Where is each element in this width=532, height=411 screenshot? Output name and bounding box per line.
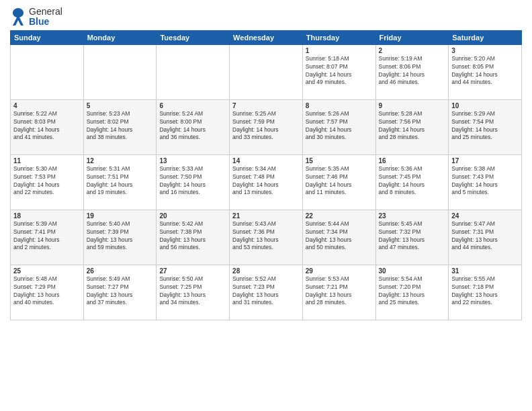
day-info: Sunrise: 5:28 AM Sunset: 7:56 PM Dayligh… bbox=[379, 110, 446, 142]
calendar-page: General Blue SundayMondayTuesdayWednesda… bbox=[0, 0, 532, 411]
logo: General Blue bbox=[10, 7, 62, 28]
calendar-table: SundayMondayTuesdayWednesdayThursdayFrid… bbox=[10, 30, 522, 320]
calendar-week-1: 1Sunrise: 5:18 AM Sunset: 8:07 PM Daylig… bbox=[11, 44, 522, 99]
day-number: 18 bbox=[13, 212, 81, 220]
day-info: Sunrise: 5:55 AM Sunset: 7:18 PM Dayligh… bbox=[451, 275, 519, 308]
day-number: 5 bbox=[87, 102, 154, 109]
day-info: Sunrise: 5:33 AM Sunset: 7:50 PM Dayligh… bbox=[159, 165, 226, 197]
logo-general: General bbox=[29, 7, 62, 17]
calendar-cell: 13Sunrise: 5:33 AM Sunset: 7:50 PM Dayli… bbox=[157, 154, 230, 210]
header: General Blue bbox=[10, 7, 522, 28]
day-info: Sunrise: 5:53 AM Sunset: 7:21 PM Dayligh… bbox=[306, 275, 373, 308]
day-number: 16 bbox=[379, 157, 446, 165]
day-number: 25 bbox=[13, 267, 81, 275]
day-info: Sunrise: 5:34 AM Sunset: 7:48 PM Dayligh… bbox=[232, 165, 300, 197]
day-info: Sunrise: 5:35 AM Sunset: 7:46 PM Dayligh… bbox=[306, 165, 373, 197]
day-info: Sunrise: 5:24 AM Sunset: 8:00 PM Dayligh… bbox=[159, 110, 226, 142]
calendar-cell: 5Sunrise: 5:23 AM Sunset: 8:02 PM Daylig… bbox=[83, 99, 157, 154]
day-number: 23 bbox=[379, 212, 446, 220]
day-number: 1 bbox=[306, 47, 373, 54]
calendar-cell: 19Sunrise: 5:40 AM Sunset: 7:39 PM Dayli… bbox=[83, 210, 157, 265]
calendar-cell: 18Sunrise: 5:39 AM Sunset: 7:41 PM Dayli… bbox=[11, 210, 84, 265]
day-number: 30 bbox=[379, 267, 446, 275]
day-number: 22 bbox=[306, 212, 373, 220]
calendar-cell: 16Sunrise: 5:36 AM Sunset: 7:45 PM Dayli… bbox=[375, 154, 449, 210]
calendar-header-thursday: Thursday bbox=[302, 30, 375, 44]
day-number: 15 bbox=[306, 157, 373, 165]
calendar-cell: 23Sunrise: 5:45 AM Sunset: 7:32 PM Dayli… bbox=[375, 210, 449, 265]
day-number: 9 bbox=[379, 102, 446, 109]
calendar-week-2: 4Sunrise: 5:22 AM Sunset: 8:03 PM Daylig… bbox=[11, 99, 522, 154]
day-number: 27 bbox=[159, 267, 226, 275]
day-info: Sunrise: 5:44 AM Sunset: 7:34 PM Dayligh… bbox=[306, 220, 373, 253]
day-info: Sunrise: 5:25 AM Sunset: 7:59 PM Dayligh… bbox=[232, 110, 300, 142]
logo-blue: Blue bbox=[29, 17, 62, 27]
day-number: 29 bbox=[306, 267, 373, 275]
day-number: 3 bbox=[451, 47, 519, 54]
day-number: 6 bbox=[159, 102, 226, 109]
day-number: 7 bbox=[232, 102, 300, 109]
calendar-cell: 14Sunrise: 5:34 AM Sunset: 7:48 PM Dayli… bbox=[230, 154, 303, 210]
day-info: Sunrise: 5:39 AM Sunset: 7:41 PM Dayligh… bbox=[13, 220, 81, 253]
day-info: Sunrise: 5:38 AM Sunset: 7:43 PM Dayligh… bbox=[451, 165, 519, 197]
calendar-cell: 26Sunrise: 5:49 AM Sunset: 7:27 PM Dayli… bbox=[83, 265, 157, 320]
day-number: 10 bbox=[451, 102, 519, 109]
day-info: Sunrise: 5:54 AM Sunset: 7:20 PM Dayligh… bbox=[379, 275, 446, 308]
day-info: Sunrise: 5:31 AM Sunset: 7:51 PM Dayligh… bbox=[87, 165, 154, 197]
calendar-cell: 21Sunrise: 5:43 AM Sunset: 7:36 PM Dayli… bbox=[230, 210, 303, 265]
calendar-week-5: 25Sunrise: 5:48 AM Sunset: 7:29 PM Dayli… bbox=[11, 265, 522, 320]
day-info: Sunrise: 5:19 AM Sunset: 8:06 PM Dayligh… bbox=[379, 55, 446, 87]
calendar-cell: 30Sunrise: 5:54 AM Sunset: 7:20 PM Dayli… bbox=[375, 265, 449, 320]
day-info: Sunrise: 5:42 AM Sunset: 7:38 PM Dayligh… bbox=[159, 220, 226, 253]
calendar-cell: 11Sunrise: 5:30 AM Sunset: 7:53 PM Dayli… bbox=[11, 154, 84, 210]
day-number: 8 bbox=[306, 102, 373, 109]
calendar-week-3: 11Sunrise: 5:30 AM Sunset: 7:53 PM Dayli… bbox=[11, 154, 522, 210]
calendar-header-friday: Friday bbox=[375, 30, 449, 44]
calendar-cell bbox=[230, 44, 303, 99]
day-number: 11 bbox=[13, 157, 81, 165]
day-number: 4 bbox=[13, 102, 81, 109]
day-number: 19 bbox=[87, 212, 154, 220]
day-info: Sunrise: 5:26 AM Sunset: 7:57 PM Dayligh… bbox=[306, 110, 373, 142]
day-info: Sunrise: 5:43 AM Sunset: 7:36 PM Dayligh… bbox=[232, 220, 300, 253]
calendar-cell: 15Sunrise: 5:35 AM Sunset: 7:46 PM Dayli… bbox=[302, 154, 375, 210]
logo-text: General Blue bbox=[29, 7, 62, 28]
calendar-header-tuesday: Tuesday bbox=[157, 30, 230, 44]
calendar-cell: 29Sunrise: 5:53 AM Sunset: 7:21 PM Dayli… bbox=[302, 265, 375, 320]
calendar-week-4: 18Sunrise: 5:39 AM Sunset: 7:41 PM Dayli… bbox=[11, 210, 522, 265]
calendar-cell: 20Sunrise: 5:42 AM Sunset: 7:38 PM Dayli… bbox=[157, 210, 230, 265]
day-number: 20 bbox=[159, 212, 226, 220]
day-info: Sunrise: 5:36 AM Sunset: 7:45 PM Dayligh… bbox=[379, 165, 446, 197]
day-info: Sunrise: 5:52 AM Sunset: 7:23 PM Dayligh… bbox=[232, 275, 300, 308]
calendar-cell: 2Sunrise: 5:19 AM Sunset: 8:06 PM Daylig… bbox=[375, 44, 449, 99]
calendar-cell: 25Sunrise: 5:48 AM Sunset: 7:29 PM Dayli… bbox=[11, 265, 84, 320]
day-info: Sunrise: 5:23 AM Sunset: 8:02 PM Dayligh… bbox=[87, 110, 154, 142]
day-number: 12 bbox=[87, 157, 154, 165]
calendar-header-monday: Monday bbox=[83, 30, 157, 44]
day-info: Sunrise: 5:18 AM Sunset: 8:07 PM Dayligh… bbox=[306, 55, 373, 87]
day-info: Sunrise: 5:47 AM Sunset: 7:31 PM Dayligh… bbox=[451, 220, 519, 253]
calendar-body: 1Sunrise: 5:18 AM Sunset: 8:07 PM Daylig… bbox=[11, 44, 522, 320]
calendar-cell: 4Sunrise: 5:22 AM Sunset: 8:03 PM Daylig… bbox=[11, 99, 84, 154]
day-info: Sunrise: 5:40 AM Sunset: 7:39 PM Dayligh… bbox=[87, 220, 154, 253]
logo-bird-icon bbox=[10, 7, 26, 27]
day-info: Sunrise: 5:48 AM Sunset: 7:29 PM Dayligh… bbox=[13, 275, 81, 308]
calendar-cell: 8Sunrise: 5:26 AM Sunset: 7:57 PM Daylig… bbox=[302, 99, 375, 154]
calendar-cell: 10Sunrise: 5:29 AM Sunset: 7:54 PM Dayli… bbox=[449, 99, 522, 154]
calendar-cell: 1Sunrise: 5:18 AM Sunset: 8:07 PM Daylig… bbox=[302, 44, 375, 99]
calendar-cell: 12Sunrise: 5:31 AM Sunset: 7:51 PM Dayli… bbox=[83, 154, 157, 210]
calendar-cell: 9Sunrise: 5:28 AM Sunset: 7:56 PM Daylig… bbox=[375, 99, 449, 154]
calendar-cell: 17Sunrise: 5:38 AM Sunset: 7:43 PM Dayli… bbox=[449, 154, 522, 210]
calendar-cell: 7Sunrise: 5:25 AM Sunset: 7:59 PM Daylig… bbox=[230, 99, 303, 154]
day-number: 21 bbox=[232, 212, 300, 220]
calendar-header-saturday: Saturday bbox=[449, 30, 522, 44]
calendar-cell: 31Sunrise: 5:55 AM Sunset: 7:18 PM Dayli… bbox=[449, 265, 522, 320]
calendar-cell: 24Sunrise: 5:47 AM Sunset: 7:31 PM Dayli… bbox=[449, 210, 522, 265]
day-info: Sunrise: 5:30 AM Sunset: 7:53 PM Dayligh… bbox=[13, 165, 81, 197]
calendar-cell: 22Sunrise: 5:44 AM Sunset: 7:34 PM Dayli… bbox=[302, 210, 375, 265]
day-number: 2 bbox=[379, 47, 446, 54]
day-info: Sunrise: 5:49 AM Sunset: 7:27 PM Dayligh… bbox=[87, 275, 154, 308]
calendar-cell: 3Sunrise: 5:20 AM Sunset: 8:05 PM Daylig… bbox=[449, 44, 522, 99]
day-info: Sunrise: 5:20 AM Sunset: 8:05 PM Dayligh… bbox=[451, 55, 519, 87]
day-number: 17 bbox=[451, 157, 519, 165]
